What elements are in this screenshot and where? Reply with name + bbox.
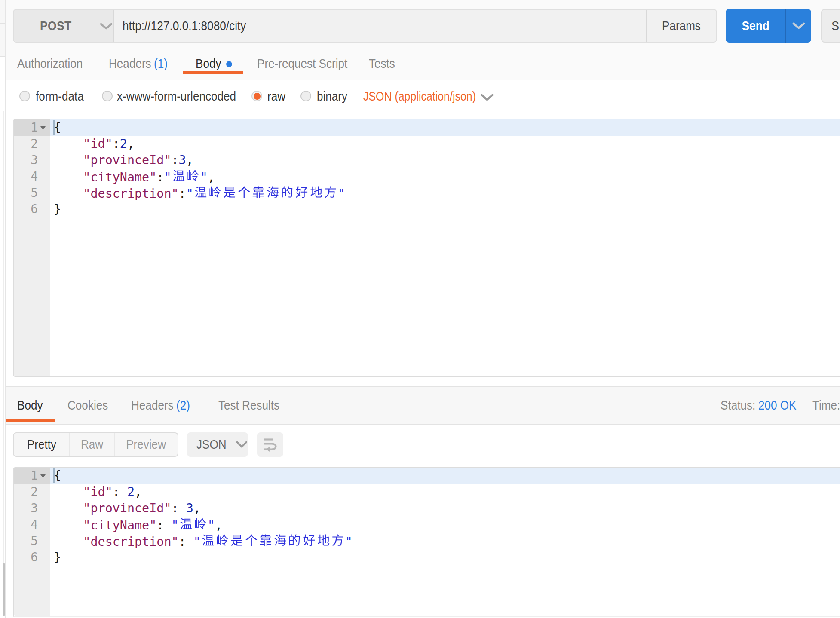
- tab-headers[interactable]: Headers(1): [109, 57, 168, 71]
- send-button[interactable]: Send: [726, 9, 785, 43]
- method-dropdown[interactable]: POST: [14, 10, 114, 42]
- radio-form-data-label[interactable]: form-data: [36, 89, 84, 103]
- text-cursor: [53, 120, 55, 135]
- cjk-glyph: [230, 533, 244, 548]
- tab-tests[interactable]: Tests: [369, 57, 395, 71]
- send-options-button[interactable]: [786, 9, 811, 43]
- tab-label: Authorization: [17, 57, 83, 70]
- tab-authorization[interactable]: Authorization: [17, 57, 83, 71]
- radio-binary[interactable]: [300, 91, 311, 101]
- code-line: "cityName": "",: [50, 517, 840, 533]
- line-number: 4: [21, 517, 38, 533]
- request-editor-gutter: 123456: [14, 119, 50, 376]
- response-body-editor[interactable]: 123456{ "id": 2, "provinceId": 3, "cityN…: [13, 467, 840, 617]
- gutter-line: 5: [14, 185, 50, 201]
- cjk-glyph: [287, 533, 302, 548]
- sidebar-edge-line: [3, 111, 4, 563]
- chevron-down-icon: [480, 93, 494, 102]
- active-tab-underline: [183, 71, 243, 74]
- tab-label: Tests: [369, 57, 395, 70]
- code-line: }: [50, 549, 840, 566]
- chevron-down-icon: [792, 22, 805, 30]
- gutter-line: 4: [14, 168, 50, 185]
- fold-arrow-icon[interactable]: [40, 474, 46, 478]
- fold-arrow-icon[interactable]: [40, 126, 46, 130]
- code-line: "cityName":"",: [50, 168, 840, 185]
- url-bar: POST http://127.0.0.1:8080/city Params: [13, 9, 717, 43]
- body-format-dropdown[interactable]: JSON (application/json): [363, 89, 476, 103]
- cjk-glyph: [237, 185, 251, 199]
- sidebar-edge: [0, 0, 6, 618]
- request-body-editor[interactable]: 123456{ "id":2, "provinceId":3, "cityNam…: [13, 119, 840, 377]
- time-label: Time:: [812, 398, 840, 413]
- save-button[interactable]: Save: [821, 9, 840, 43]
- radio-binary-label[interactable]: binary: [317, 89, 347, 103]
- cjk-glyph: [323, 185, 338, 199]
- wrap-text-button[interactable]: [257, 432, 283, 457]
- send-label: Send: [742, 18, 769, 33]
- tab-body[interactable]: Body: [196, 57, 232, 71]
- status-label: Status:: [720, 398, 755, 413]
- method-label: POST: [40, 18, 72, 33]
- request-header: POST http://127.0.0.1:8080/city Params S…: [6, 0, 840, 80]
- view-mode-pretty[interactable]: Pretty: [14, 433, 69, 456]
- code-line: {: [50, 119, 840, 136]
- response-format-label: JSON: [196, 437, 227, 452]
- line-number: 1: [21, 468, 38, 484]
- sidebar-edge-item: [0, 0, 5, 24]
- gutter-line: 1: [14, 119, 50, 136]
- view-mode-label: Raw: [81, 437, 103, 452]
- text-cursor: [53, 468, 55, 483]
- radio-x-www-form-urlencoded[interactable]: [102, 91, 113, 101]
- gutter-line: 1: [14, 468, 50, 484]
- cjk-glyph: [179, 517, 193, 531]
- gutter-line: 5: [14, 533, 50, 549]
- radio-raw[interactable]: [251, 91, 262, 101]
- cjk-glyph: [309, 185, 324, 199]
- response-editor-code[interactable]: { "id": 2, "provinceId": 3, "cityName": …: [50, 468, 840, 616]
- code-line: "id":2,: [50, 136, 840, 152]
- radio-raw-label[interactable]: raw: [267, 89, 285, 103]
- cjk-glyph: [316, 533, 331, 548]
- response-view-mode-group: Pretty Raw Preview: [13, 432, 178, 457]
- line-number: 6: [21, 201, 38, 217]
- chevron-down-icon: [236, 441, 248, 449]
- cjk-glyph: [186, 168, 200, 183]
- gutter-line: 3: [14, 500, 50, 517]
- cjk-glyph: [302, 533, 316, 548]
- code-line: "id": 2,: [50, 484, 840, 500]
- tab-label: Pre-request Script: [257, 57, 347, 70]
- gutter-line: 6: [14, 201, 50, 217]
- gutter-line: 2: [14, 136, 50, 152]
- response-editor-gutter: 123456: [14, 468, 50, 616]
- tab-pre-request-script[interactable]: Pre-request Script: [257, 57, 347, 71]
- cjk-glyph: [222, 185, 237, 199]
- response-format-dropdown[interactable]: JSON: [187, 432, 248, 457]
- line-number: 5: [21, 533, 38, 549]
- gutter-line: 2: [14, 484, 50, 500]
- code-line: {: [50, 468, 840, 484]
- cjk-glyph: [294, 185, 309, 199]
- params-button[interactable]: Params: [646, 10, 716, 42]
- gutter-line: 3: [14, 152, 50, 168]
- radio-x-www-form-urlencoded-label[interactable]: x-www-form-urlencoded: [117, 89, 236, 103]
- line-number: 2: [21, 136, 38, 152]
- request-editor-code[interactable]: { "id":2, "provinceId":3, "cityName":"",…: [50, 119, 840, 376]
- code-line: "description": "": [50, 533, 840, 549]
- line-number: 6: [21, 549, 38, 566]
- status-value: 200 OK: [758, 398, 797, 413]
- view-mode-label: Preview: [126, 437, 166, 452]
- url-input[interactable]: http://127.0.0.1:8080/city: [114, 10, 646, 42]
- cjk-glyph: [193, 185, 208, 199]
- view-mode-label: Pretty: [27, 437, 56, 452]
- cjk-glyph: [201, 533, 215, 548]
- cjk-glyph: [244, 533, 259, 548]
- cjk-glyph: [193, 517, 208, 531]
- sidebar-edge-item: [0, 24, 5, 57]
- gutter-line: 4: [14, 517, 50, 533]
- view-mode-preview[interactable]: Preview: [114, 433, 178, 456]
- view-mode-raw[interactable]: Raw: [69, 433, 114, 456]
- code-line: "provinceId":3,: [50, 152, 840, 168]
- cjk-glyph: [273, 533, 288, 548]
- radio-form-data[interactable]: [19, 91, 30, 101]
